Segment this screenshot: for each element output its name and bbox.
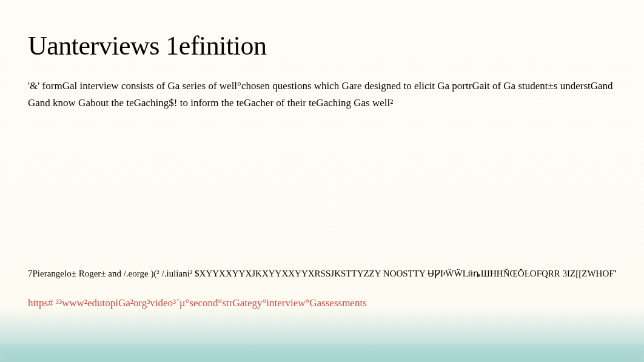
page-title: Uanterviews 1efinition [28, 30, 616, 61]
reference-link[interactable]: https# ³³www²edutopiGa²org³video³´µ°seco… [28, 297, 616, 309]
citation-text: 7Pierangelo± Roger± and /.eorge )(² /.iu… [28, 268, 616, 279]
description-text-line1: '&' formGal interview consists of Ga ser… [28, 78, 616, 94]
description-text-line2: Gand know Gabout the teGaching$! to info… [28, 95, 616, 111]
bottom-accent-bar [0, 344, 644, 362]
